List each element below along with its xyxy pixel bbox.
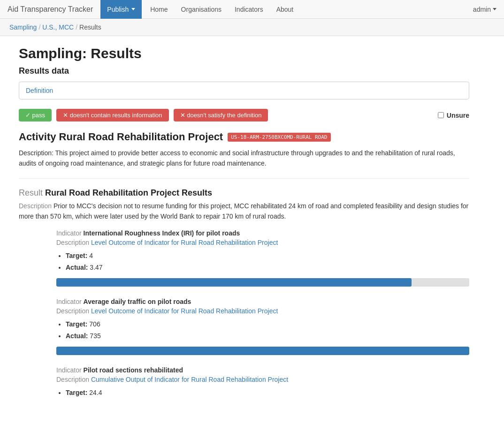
unsure-label: Unsure [447,112,469,119]
breadcrumb-sep-2: / [76,23,77,31]
publish-caret-icon [131,8,135,10]
target-value: 24.4 [89,389,102,396]
activity-description: Description: This project aimed to provi… [19,148,469,169]
indicator-block: Indicator International Roughness Index … [56,229,469,287]
publish-button[interactable]: Publish [100,0,142,19]
actual-item: Actual: 3.47 [66,262,469,273]
indicator-block: Indicator Pilot road sections rehabilita… [56,366,469,399]
activity-title-text: Activity Rural Road Rehabilitation Proje… [19,131,223,143]
target-item: Target: 706 [66,318,469,330]
breadcrumb-sampling[interactable]: Sampling [9,23,37,31]
indicator-label: Indicator [56,229,84,237]
breadcrumb-results: Results [79,23,101,31]
target-label: Target: [66,252,87,259]
target-label: Target: [66,389,87,396]
indicator-desc-text[interactable]: Cumulative Output of Indicator for Rural… [91,376,288,383]
publish-label: Publish [107,6,129,13]
breadcrumb-sep-1: / [38,23,40,31]
pass-button[interactable]: ✓ pass [19,109,52,121]
activity-title: Activity Rural Road Rehabilitation Proje… [19,131,469,143]
indicator-desc: Description Level Outcome of Indicator f… [56,307,469,315]
actual-item: Actual: 735 [66,330,469,342]
buttons-row: ✓ pass ✕ doesn't contain results informa… [19,109,469,121]
result-desc-text: Prior to MCC's decision not to resume fu… [19,202,468,220]
result-label: Result [19,188,43,197]
indicator-label: Indicator [56,366,84,374]
indicator-title: Indicator International Roughness Index … [56,229,469,237]
indicator-desc-text[interactable]: Level Outcome of Indicator for Rural Roa… [91,239,278,246]
result-title: Result Rural Road Rehabilitation Project… [19,188,469,198]
progress-bar-fill [56,347,469,355]
activity-id-badge: US-18-ARM-2750BXCOMD-RURAL ROAD [228,133,330,142]
indicator-desc-label: Description [56,239,91,246]
target-value: 4 [89,252,93,259]
indicator-title: Indicator Average daily traffic on pilot… [56,298,469,305]
admin-caret-icon [493,8,496,10]
indicator-label: Indicator [56,298,84,305]
indicator-list: Target: 706 Actual: 735 [66,318,469,342]
indicator-desc-label: Description [56,376,91,383]
admin-label: admin [473,6,491,13]
target-value: 706 [89,320,100,328]
main-content: Sampling: Results Results data Definitio… [0,45,488,429]
definition-box[interactable]: Definition [19,82,469,99]
definition-label: Definition [26,87,53,94]
indicator-name: Pilot road sections rehabilitated [84,366,183,374]
breadcrumb-mcc[interactable]: U.S., MCC [42,23,74,31]
no-satisfy-button[interactable]: ✕ doesn't satisfy the definition [174,109,268,121]
indicator-title: Indicator Pilot road sections rehabilita… [56,366,469,374]
nav-home[interactable]: Home [144,0,174,19]
progress-bar-fill [56,278,412,287]
indicator-desc-label: Description [56,307,91,315]
progress-bar-container [56,278,469,287]
actual-label: Actual: [66,332,88,340]
brand-link[interactable]: Aid Transparency Tracker [8,5,93,14]
indicator-list: Target: 4 Actual: 3.47 [66,250,469,273]
indicator-desc-text[interactable]: Level Outcome of Indicator for Rural Roa… [91,307,278,315]
unsure-group: Unsure [438,112,469,119]
actual-value: 3.47 [90,264,102,271]
divider [19,178,469,179]
no-results-button[interactable]: ✕ doesn't contain results information [56,109,168,121]
breadcrumb: Sampling / U.S., MCC / Results [9,23,495,31]
result-description: Description Prior to MCC's decision not … [19,201,469,222]
target-label: Target: [66,320,87,328]
unsure-checkbox[interactable] [438,112,444,118]
target-item: Target: 24.4 [66,387,469,399]
navbar: Aid Transparency Tracker Publish Home Or… [0,0,504,19]
page-title: Sampling: Results [19,45,469,61]
indicator-list: Target: 24.4 [66,387,469,399]
indicator-desc: Description Cumulative Output of Indicat… [56,376,469,383]
actual-value: 735 [90,332,100,340]
result-name: Rural Road Rehabilitation Project Result… [45,188,212,197]
nav-organisations[interactable]: Organisations [175,0,228,19]
result-desc-label: Description [19,202,52,210]
nav-about[interactable]: About [270,0,300,19]
indicator-name: International Roughness Index (IRI) for … [84,229,240,237]
section-title: Results data [19,66,469,76]
nav-indicators[interactable]: Indicators [228,0,270,19]
user-menu[interactable]: admin [473,6,496,13]
progress-bar-container [56,347,469,355]
indicators-container: Indicator International Roughness Index … [19,229,469,399]
indicator-name: Average daily traffic on pilot roads [84,298,191,305]
breadcrumb-bar: Sampling / U.S., MCC / Results [0,19,504,36]
target-item: Target: 4 [66,250,469,262]
indicator-block: Indicator Average daily traffic on pilot… [56,298,469,355]
indicator-desc: Description Level Outcome of Indicator f… [56,239,469,246]
actual-label: Actual: [66,264,88,271]
